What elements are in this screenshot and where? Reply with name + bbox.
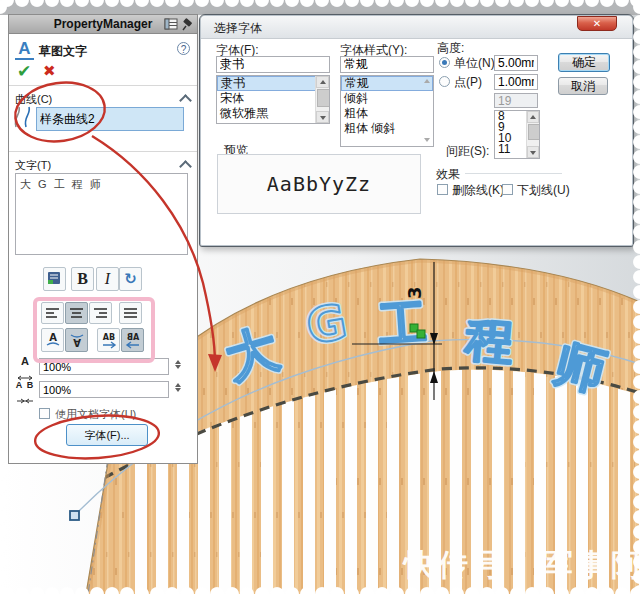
sketch-text-input[interactable]: 大 G 工 程 师 — [15, 173, 188, 255]
font-dialog-button[interactable]: 字体(F)... — [66, 424, 148, 446]
underline-label: 下划线(U) — [517, 182, 570, 199]
width-spinner[interactable] — [172, 358, 184, 375]
point-size-field-disabled — [494, 93, 538, 108]
cancel-button[interactable]: 取消 — [558, 77, 608, 95]
dimension-value: 3 — [404, 286, 425, 299]
font-list-item[interactable]: 微软雅黑 — [217, 106, 329, 121]
curve-selection-field[interactable] — [36, 107, 184, 131]
point-size-list[interactable]: 8 9 10 11 — [494, 110, 540, 159]
spline-endpoint-handle[interactable] — [70, 511, 79, 520]
property-manager-header[interactable]: PropertyManager — [9, 15, 197, 34]
ok-button[interactable]: 确定 — [558, 53, 610, 72]
style-list-scrollbar[interactable] — [420, 76, 433, 146]
points-label: 点(P) — [454, 74, 482, 91]
units-value-field[interactable] — [494, 55, 538, 71]
watermark-text: 快传号 | 军事阿哥 — [404, 545, 640, 586]
underline-checkbox[interactable] — [502, 184, 513, 195]
points-radio[interactable] — [439, 76, 450, 87]
rotate-text-button[interactable]: ↻ — [119, 267, 142, 291]
spacing-spinner[interactable] — [172, 381, 184, 398]
font-style-list[interactable]: 常规 倾斜 粗体 粗体 倾斜 — [340, 75, 434, 147]
text-style-icon[interactable] — [43, 267, 66, 291]
units-label: 单位(N) — [454, 55, 495, 72]
text-section-label: 文字(T) — [15, 158, 51, 173]
preview-box: AaBbYyZz — [217, 154, 421, 214]
font-name-field[interactable] — [216, 56, 330, 73]
spacing-label: 间距(S): — [446, 143, 489, 160]
spacing-factor-icon: A B — [14, 380, 36, 408]
cancel-x-button[interactable]: ✖ — [43, 62, 56, 80]
choose-font-dialog: 选择字体 ✕ 字体(F): 隶书 宋体 微软雅黑 字体样式(Y): 常规 倾斜 … — [199, 14, 634, 247]
dialog-titlebar[interactable]: 选择字体 — [201, 16, 632, 39]
sketch-relation-handle[interactable] — [417, 330, 425, 338]
strikeout-label: 删除线(K) — [452, 182, 504, 199]
strikeout-checkbox[interactable] — [437, 184, 448, 195]
screenshot-root: 大 G 工 程 师 大 G 工 程 师 3 快传号 | 军事阿哥 — [0, 0, 640, 594]
font-list-item[interactable]: 宋体 — [217, 91, 329, 106]
font-style-field[interactable] — [340, 56, 434, 73]
annotation-pink-box — [33, 297, 155, 363]
preview-text: AaBbYyZz — [218, 155, 420, 213]
points-value-field[interactable] — [494, 74, 538, 90]
effects-group-label: 效果 — [436, 166, 465, 183]
close-icon[interactable]: ✕ — [577, 16, 617, 31]
font-list-scrollbar[interactable] — [315, 76, 329, 123]
property-manager-panel: PropertyManager A 草图文字 ? ✔ ✖ 曲线(C) 文 — [8, 14, 198, 464]
ok-check-button[interactable]: ✔ — [17, 61, 31, 82]
panel-title: 草图文字 — [39, 43, 87, 60]
sketch-char-4: 程 — [461, 310, 516, 370]
bold-button[interactable]: B — [71, 267, 94, 291]
spline-icon — [12, 103, 34, 131]
dialog-title: 选择字体 — [214, 20, 262, 37]
italic-button[interactable]: I — [96, 267, 119, 291]
help-icon[interactable]: ? — [177, 42, 190, 55]
collapse-chevron-icon[interactable] — [179, 94, 192, 107]
use-document-font-checkbox[interactable] — [39, 408, 50, 419]
spacing-factor-field[interactable] — [39, 381, 169, 398]
size-list-scrollbar[interactable] — [526, 111, 539, 158]
sketch-text-icon: A — [15, 39, 34, 60]
divider — [9, 151, 197, 152]
top-window-strip — [0, 0, 640, 15]
font-list-item[interactable]: 隶书 — [217, 76, 329, 91]
units-radio[interactable] — [439, 57, 450, 68]
pin-icon[interactable] — [182, 17, 195, 31]
font-list[interactable]: 隶书 宋体 微软雅黑 — [216, 75, 330, 124]
divider — [9, 85, 197, 86]
palette-icon[interactable] — [164, 18, 179, 31]
collapse-chevron-icon[interactable] — [179, 160, 192, 173]
use-document-font-label: 使用文档字体(U) — [55, 407, 136, 422]
